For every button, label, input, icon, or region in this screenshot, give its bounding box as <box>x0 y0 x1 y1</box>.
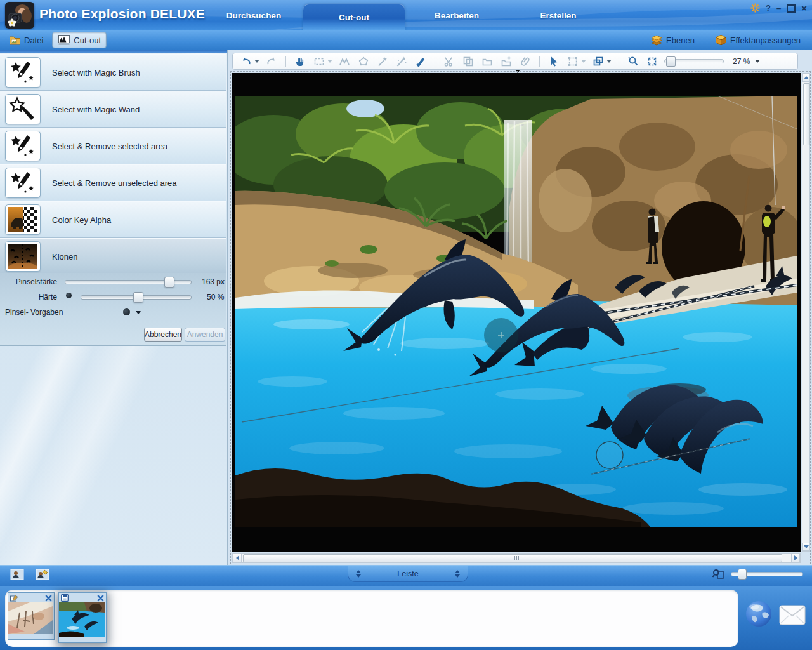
brush-preset-dot[interactable] <box>123 308 130 315</box>
canvas-toolbar: 27 % <box>232 53 798 70</box>
edited-status-icon <box>10 595 18 602</box>
tab-erstellen[interactable]: Erstellen <box>514 0 603 30</box>
arrange-layers-button[interactable] <box>591 55 605 69</box>
share-web-globe-icon[interactable] <box>745 600 773 628</box>
cut-scissors-button[interactable] <box>442 55 456 69</box>
settings-gear-icon[interactable] <box>750 3 760 13</box>
close-thumbnail-icon[interactable] <box>97 595 104 602</box>
brush-presets-label: Pinsel- Vorgaben <box>5 308 63 317</box>
vertical-scrollbar-thumb[interactable] <box>803 83 810 145</box>
brush-size-label: Pinselstärke <box>3 277 57 286</box>
layers-icon <box>650 34 663 46</box>
tab-bearbeiten[interactable]: Bearbeiten <box>412 0 501 30</box>
undo-button[interactable] <box>239 55 253 69</box>
horizontal-scrollbar[interactable] <box>232 553 801 563</box>
color-key-alpha-icon <box>5 204 41 235</box>
magic-wand-button[interactable] <box>376 55 390 69</box>
paste-button[interactable] <box>480 55 494 69</box>
maximize-button[interactable] <box>787 4 796 13</box>
tools-sidebar: Select with Magic Brush Select with Magi… <box>0 50 228 565</box>
cutout-mode-button[interactable]: Cut-out <box>52 32 107 48</box>
horizontal-scrollbar-thumb[interactable] <box>243 554 782 562</box>
cancel-button[interactable]: Abbrechen <box>144 328 182 342</box>
tray-spinner-left[interactable] <box>356 570 361 578</box>
file-folder-icon <box>9 35 21 46</box>
sidebar-item-klonen[interactable]: Klonen <box>0 238 226 275</box>
brush-size-slider[interactable] <box>65 280 192 284</box>
zoom-tool-button[interactable] <box>626 55 640 69</box>
toolbar-separator <box>435 56 435 67</box>
tray-label: Leiste <box>397 569 418 578</box>
magic-brush-button[interactable] <box>395 55 409 69</box>
thumbnail-size-slider[interactable] <box>731 572 803 576</box>
scroll-left-button[interactable] <box>233 554 242 562</box>
thumbnail-zoom-control <box>712 568 803 580</box>
file-button[interactable]: Datei <box>4 32 48 48</box>
undo-dropdown-icon[interactable] <box>254 60 259 63</box>
sidebar-item-remove-unselected[interactable]: Select & Remove unselected area <box>0 164 226 201</box>
arrange-dropdown-icon[interactable] <box>606 60 612 63</box>
hardness-preview-dot <box>66 293 72 298</box>
attach-paperclip-button[interactable] <box>518 55 532 69</box>
email-envelope-icon[interactable] <box>779 605 806 625</box>
scroll-right-button[interactable] <box>791 554 800 562</box>
effect-adjustments-button[interactable]: Effektanpassungen <box>710 32 806 48</box>
vertical-scrollbar[interactable] <box>802 73 810 552</box>
thumbnail-size-slider-handle[interactable] <box>738 569 747 580</box>
sidebar-item-remove-selected[interactable]: Select & Remove selected area <box>0 128 226 164</box>
sidebar-item-color-key-alpha[interactable]: Color Key Alpha <box>0 201 226 238</box>
hardness-slider-handle[interactable] <box>133 292 143 303</box>
fit-view-button[interactable] <box>645 55 659 69</box>
thumbnail-zoom-icon <box>712 568 724 580</box>
apply-button[interactable]: Anwenden <box>185 328 225 342</box>
zoom-slider-handle[interactable] <box>666 56 676 67</box>
help-button[interactable]: ? <box>766 4 771 13</box>
sidebar-item-magic-brush[interactable]: Select with Magic Brush <box>0 54 226 91</box>
cutout-histogram-icon <box>58 34 70 46</box>
marquee-select-button[interactable] <box>312 55 326 69</box>
tab-cut-out[interactable]: Cut-out <box>303 4 405 30</box>
marquee-dropdown-icon[interactable] <box>327 60 332 63</box>
window-controls: ? – × <box>750 3 807 13</box>
scroll-up-button[interactable] <box>802 74 809 82</box>
polygon-select-button[interactable] <box>357 55 370 69</box>
toolbar-separator <box>285 56 286 67</box>
canvas-container <box>230 71 811 564</box>
image-thumbnail-1[interactable] <box>8 592 55 640</box>
save-status-icon <box>61 594 69 602</box>
hand-tool-button[interactable] <box>293 55 307 69</box>
hardness-slider[interactable] <box>81 295 192 300</box>
close-button[interactable]: × <box>801 4 807 13</box>
layers-button[interactable]: Ebenen <box>645 32 700 48</box>
image-thumbnail-2-selected[interactable] <box>58 592 107 643</box>
edit-image-icon[interactable] <box>36 569 49 580</box>
brush-size-slider-handle[interactable] <box>164 277 174 288</box>
clone-tool-icon <box>5 241 41 272</box>
photo-canvas[interactable] <box>232 73 801 552</box>
close-thumbnail-icon[interactable] <box>45 595 52 602</box>
transform-button[interactable] <box>566 55 580 69</box>
sidebar-top-divider <box>0 50 227 53</box>
duplicate-button[interactable] <box>499 55 513 69</box>
magic-wand-icon <box>5 94 41 124</box>
scroll-down-button[interactable] <box>802 543 809 551</box>
zoom-percent-value[interactable]: 27 % <box>733 57 750 66</box>
pointer-tool-button[interactable] <box>547 55 561 69</box>
transform-dropdown-icon[interactable] <box>581 60 586 63</box>
sidebar-item-magic-wand[interactable]: Select with Magic Wand <box>0 91 226 128</box>
app-logo <box>5 2 34 29</box>
brush-presets-dropdown-icon[interactable] <box>136 311 141 314</box>
minimize-button[interactable]: – <box>776 4 781 13</box>
toolbar-separator <box>619 56 619 67</box>
new-image-icon[interactable] <box>10 569 24 580</box>
eraser-knife-button[interactable] <box>414 55 428 69</box>
tab-durchsuchen[interactable]: Durchsuchen <box>209 0 298 30</box>
redo-button[interactable] <box>265 55 278 69</box>
freehand-select-button[interactable] <box>337 55 351 69</box>
copy-button[interactable] <box>461 55 475 69</box>
tray-bar: Leiste <box>0 565 812 587</box>
tray-toggle-tab[interactable]: Leiste <box>348 566 468 582</box>
tray-spinner-right[interactable] <box>455 570 460 578</box>
zoom-slider[interactable] <box>664 59 724 63</box>
zoom-dropdown-icon[interactable] <box>755 60 760 63</box>
